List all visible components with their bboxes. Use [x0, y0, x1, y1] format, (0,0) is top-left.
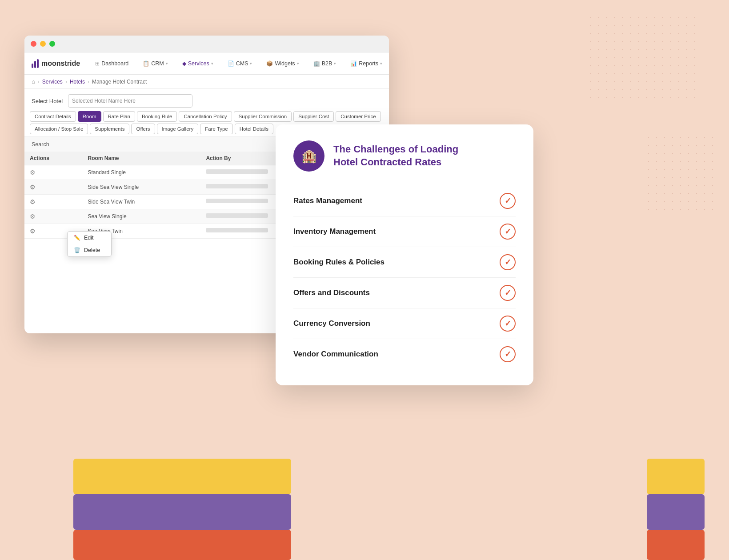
nav-item-b2b[interactable]: 🏢 B2B ▾: [311, 59, 339, 68]
blurred-action-5: ​: [206, 228, 268, 232]
browser-close-dot[interactable]: [31, 41, 36, 47]
breadcrumb: ⌂ › Services › Hotels › Manage Hotel Con…: [24, 75, 389, 89]
select-hotel-dropdown[interactable]: Selected Hotel Name Here: [68, 94, 192, 108]
nav-logo: moonstride: [32, 59, 80, 68]
deco-red-left: [73, 530, 291, 560]
dashboard-icon: ⊞: [95, 60, 100, 67]
app-navbar: moonstride ⊞ Dashboard 📋 CRM ▾ ◆ Service…: [24, 52, 389, 75]
nav-label-crm: CRM: [151, 60, 164, 67]
tab-rate-plan[interactable]: Rate Plan: [103, 111, 136, 122]
context-menu-edit[interactable]: ✏️ Edit: [68, 232, 111, 244]
widgets-icon: 📦: [266, 60, 273, 67]
context-menu-delete[interactable]: 🗑️ Delete: [68, 244, 111, 256]
tab-image-gallery[interactable]: Image Gallery: [157, 124, 199, 134]
checklist-label-4: Offers and Discounts: [293, 288, 370, 297]
tab-cancellation-policy[interactable]: Cancellation Policy: [179, 111, 232, 122]
nav-item-widgets[interactable]: 📦 Widgets ▾: [264, 59, 301, 68]
tab-offers[interactable]: Offers: [131, 124, 155, 134]
check-circle-1: ✓: [500, 193, 516, 209]
logo-bar-2: [34, 61, 36, 68]
row-gear-4[interactable]: ⚙: [30, 213, 36, 220]
card-header: 🏨 The Challenges of Loading Hotel Contra…: [293, 140, 516, 172]
nav-item-dashboard[interactable]: ⊞ Dashboard: [92, 59, 131, 68]
card-title-text: The Challenges of Loading Hotel Contract…: [333, 144, 458, 168]
tab-supplier-commission[interactable]: Supplier Commission: [234, 111, 292, 122]
col-room-name: Room Name: [83, 152, 201, 165]
checklist-item-2: Inventory Management ✓: [293, 216, 516, 247]
context-menu-delete-label: Delete: [84, 247, 100, 253]
breadcrumb-services[interactable]: Services: [42, 79, 63, 85]
row-gear-1[interactable]: ⚙: [30, 169, 36, 176]
reports-icon: 📊: [350, 60, 357, 67]
nav-item-crm[interactable]: 📋 CRM ▾: [140, 59, 170, 68]
b2b-chevron: ▾: [334, 61, 336, 66]
decorative-dots-mid-right: [645, 133, 716, 213]
reports-chevron: ▾: [380, 61, 382, 66]
b2b-icon: 🏢: [313, 60, 320, 67]
breadcrumb-sep-2: ›: [65, 79, 67, 85]
blurred-action-1: ​: [206, 169, 268, 174]
cms-chevron: ▾: [250, 61, 252, 66]
room-name-1: Standard Single: [83, 165, 201, 180]
check-circle-2: ✓: [500, 224, 516, 240]
tab-room[interactable]: Room: [78, 111, 101, 122]
checkmark-5: ✓: [505, 319, 511, 328]
checkmark-3: ✓: [505, 257, 511, 267]
crm-icon: 📋: [143, 60, 149, 67]
card-icon-circle: 🏨: [293, 140, 324, 172]
nav-item-reports[interactable]: 📊 Reports ▾: [348, 59, 385, 68]
checklist: Rates Management ✓ Inventory Management …: [293, 186, 516, 369]
nav-label-dashboard: Dashboard: [101, 60, 128, 67]
deco-yellow-right: [647, 459, 705, 494]
tab-hotel-details[interactable]: Hotel Details: [235, 124, 273, 134]
breadcrumb-sep-1: ›: [38, 79, 40, 85]
tab-supplements[interactable]: Supplements: [90, 124, 129, 134]
room-name-2: Side Sea View Single: [83, 180, 201, 195]
logo-bar-3: [37, 59, 39, 68]
check-circle-3: ✓: [500, 254, 516, 270]
nav-item-cms[interactable]: 📄 CMS ▾: [225, 59, 255, 68]
breadcrumb-hotels[interactable]: Hotels: [70, 79, 85, 85]
tab-customer-price[interactable]: Customer Price: [336, 111, 381, 122]
checkmark-2: ✓: [505, 227, 511, 236]
nav-label-reports: Reports: [359, 60, 378, 67]
checklist-item-3: Booking Rules & Policies ✓: [293, 247, 516, 278]
checkmark-4: ✓: [505, 288, 511, 298]
delete-icon: 🗑️: [74, 247, 80, 253]
tab-booking-rule[interactable]: Booking Rule: [137, 111, 177, 122]
tab-fare-type[interactable]: Fare Type: [200, 124, 233, 134]
services-chevron: ▾: [211, 61, 213, 66]
nav-item-services[interactable]: ◆ Services ▾: [180, 59, 216, 68]
row-gear-2[interactable]: ⚙: [30, 184, 36, 191]
check-circle-6: ✓: [500, 346, 516, 362]
browser-titlebar: [24, 36, 389, 52]
tab-allocation-stop-sale[interactable]: Allocation / Stop Sale: [30, 124, 88, 134]
browser-minimize-dot[interactable]: [40, 41, 46, 47]
col-actions: Actions: [24, 152, 83, 165]
widgets-chevron: ▾: [297, 61, 299, 66]
edit-icon: ✏️: [74, 235, 80, 241]
crm-chevron: ▾: [166, 61, 168, 66]
row-gear-5[interactable]: ⚙: [30, 228, 36, 235]
browser-maximize-dot[interactable]: [49, 41, 55, 47]
services-icon: ◆: [182, 60, 186, 67]
room-name-4: Sea View Single: [83, 209, 201, 224]
tab-supplier-cost[interactable]: Supplier Cost: [293, 111, 334, 122]
decorative-dots-top-right: [587, 13, 702, 102]
breadcrumb-home-icon[interactable]: ⌂: [32, 78, 35, 85]
row-gear-3[interactable]: ⚙: [30, 198, 36, 205]
deco-red-right: [647, 530, 705, 560]
check-circle-4: ✓: [500, 285, 516, 301]
select-hotel-section: Select Hotel Selected Hotel Name Here: [24, 89, 389, 111]
checklist-item-4: Offers and Discounts ✓: [293, 278, 516, 308]
context-menu-edit-label: Edit: [84, 235, 94, 241]
logo-bar-1: [32, 64, 33, 68]
nav-label-b2b: B2B: [322, 60, 332, 67]
check-circle-5: ✓: [500, 316, 516, 332]
room-name-3: Side Sea View Twin: [83, 195, 201, 209]
logo-text: moonstride: [41, 60, 80, 68]
checkmark-1: ✓: [505, 196, 511, 206]
nav-label-widgets: Widgets: [275, 60, 295, 67]
tab-contract-details[interactable]: Contract Details: [30, 111, 76, 122]
deco-purple-right: [647, 494, 705, 530]
